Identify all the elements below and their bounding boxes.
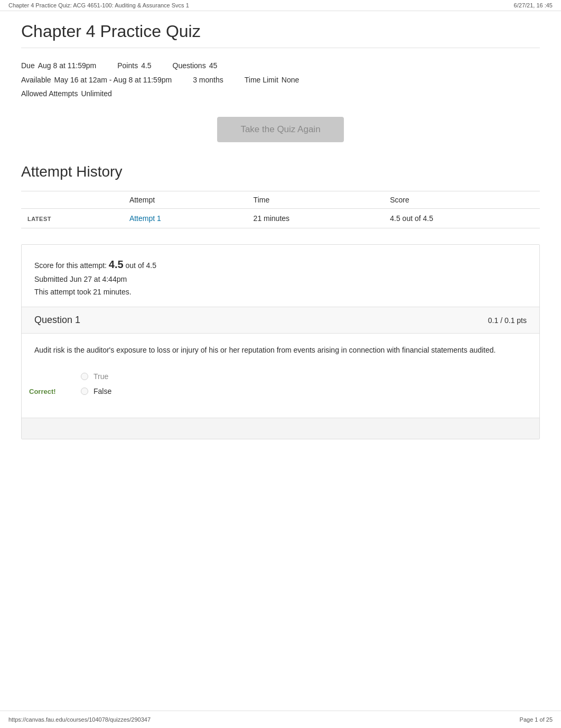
browser-bar: Chapter 4 Practice Quiz: ACG 4651-100: A… — [0, 0, 561, 11]
footer-url: https://canvas.fau.edu/courses/104078/qu… — [8, 716, 151, 723]
quiz-meta: Due Aug 8 at 11:59pm Points 4.5 Question… — [21, 59, 540, 101]
timestamp: 6/27/21, 16 :45 — [514, 2, 553, 8]
footer-bar: https://canvas.fau.edu/courses/104078/qu… — [0, 711, 561, 728]
latest-label: LATEST — [27, 216, 51, 222]
answer-label-true: True — [94, 372, 108, 381]
points-label: Points — [117, 59, 138, 73]
col-header-attempt: Attempt — [123, 191, 247, 208]
score-value: 4.5 — [109, 259, 124, 270]
answer-label-false: False — [94, 387, 111, 395]
points-value: 4.5 — [141, 59, 151, 73]
questions-value: 45 — [209, 59, 218, 73]
meta-row-2: Available May 16 at 12am - Aug 8 at 11:5… — [21, 73, 540, 87]
question-title-1: Question 1 — [34, 315, 80, 326]
allowed-label: Allowed Attempts — [21, 87, 78, 101]
attempt-history-table: Attempt Time Score LATEST Attempt 1 21 m… — [21, 191, 540, 228]
col-header-time: Time — [247, 191, 384, 208]
answer-options-1: True False — [81, 369, 111, 399]
due-label: Due — [21, 59, 35, 73]
answer-option-true: True — [81, 369, 111, 384]
duration-value: 3 months — [193, 73, 223, 87]
answer-area-1: Correct! True False — [34, 369, 527, 407]
tab-title: Chapter 4 Practice Quiz: ACG 4651-100: A… — [8, 2, 189, 8]
footer-page-info: Page 1 of 25 — [520, 716, 553, 723]
col-header-score: Score — [384, 191, 540, 208]
radio-true[interactable] — [81, 373, 88, 380]
question-text-1: Audit risk is the auditor's exposure to … — [34, 344, 527, 356]
take-quiz-button[interactable]: Take the Quiz Again — [217, 117, 344, 142]
question-body-1: Audit risk is the auditor's exposure to … — [22, 334, 539, 417]
time-limit-label: Time Limit — [245, 73, 278, 87]
meta-row-1: Due Aug 8 at 11:59pm Points 4.5 Question… — [21, 59, 540, 73]
col-header-empty — [21, 191, 123, 208]
available-label: Available — [21, 73, 51, 87]
attempt-summary: Score for this attempt: 4.5 out of 4.5 S… — [22, 245, 539, 308]
latest-tag: LATEST — [21, 208, 123, 228]
questions-label: Questions — [173, 59, 206, 73]
attempt-time: 21 minutes — [247, 208, 384, 228]
correct-indicator: Correct! — [34, 369, 77, 395]
correct-label: Correct! — [29, 388, 56, 395]
attempt-score: 4.5 out of 4.5 — [384, 208, 540, 228]
score-line: Score for this attempt: 4.5 out of 4.5 — [34, 255, 527, 273]
available-value: May 16 at 12am - Aug 8 at 11:59pm — [54, 73, 172, 87]
radio-false[interactable] — [81, 388, 88, 395]
allowed-value: Unlimited — [81, 87, 111, 101]
submitted-line: Submitted Jun 27 at 4:44pm — [34, 273, 527, 286]
attempt-detail-box: Score for this attempt: 4.5 out of 4.5 S… — [21, 244, 540, 439]
attempt-link[interactable]: Attempt 1 — [129, 214, 161, 223]
due-value: Aug 8 at 11:59pm — [38, 59, 97, 73]
attempt-link-cell[interactable]: Attempt 1 — [123, 208, 247, 228]
question-pts-1: 0.1 / 0.1 pts — [488, 316, 527, 325]
page-wrapper: Chapter 4 Practice Quiz Due Aug 8 at 11:… — [0, 11, 561, 471]
duration-line: This attempt took 21 minutes. — [34, 286, 527, 299]
answer-option-false: False — [81, 384, 111, 399]
question-block-1: Question 1 0.1 / 0.1 pts Audit risk is t… — [22, 307, 539, 438]
question-header-1: Question 1 0.1 / 0.1 pts — [22, 307, 539, 334]
page-title: Chapter 4 Practice Quiz — [21, 22, 540, 48]
table-row: LATEST Attempt 1 21 minutes 4.5 out of 4… — [21, 208, 540, 228]
meta-row-3: Allowed Attempts Unlimited — [21, 87, 540, 101]
time-limit-value: None — [282, 73, 299, 87]
score-label: Score for this attempt: — [34, 261, 107, 270]
attempt-history-title: Attempt History — [21, 163, 540, 180]
question-footer-1 — [22, 418, 539, 439]
score-out-of: out of 4.5 — [126, 261, 156, 270]
take-quiz-btn-wrapper: Take the Quiz Again — [21, 117, 540, 142]
